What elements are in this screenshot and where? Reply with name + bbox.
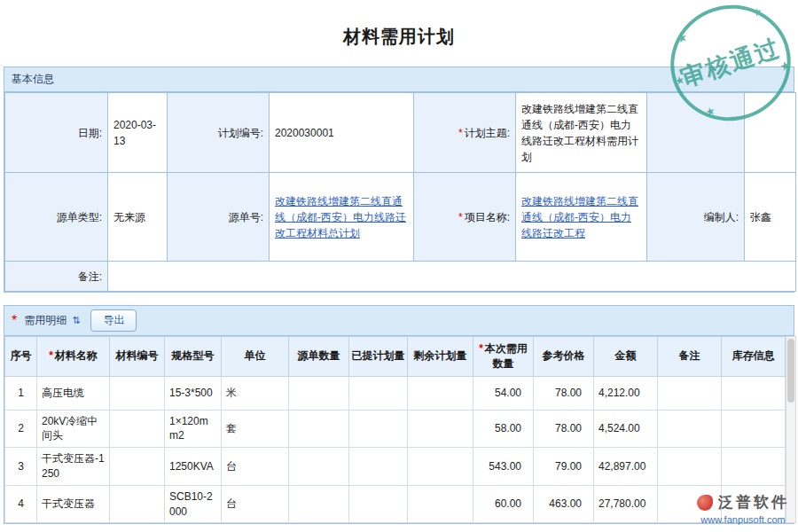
table-cell: 4 bbox=[5, 485, 37, 523]
source-type-label: 源单类型: bbox=[5, 173, 108, 262]
empty-value-cell bbox=[745, 93, 796, 173]
subject-label: *计划主题: bbox=[414, 93, 516, 173]
date-value: 2020-03-13 bbox=[108, 93, 168, 173]
table-row[interactable]: 3干式变压器-12501250KVA台543.0079.0042,897.00 bbox=[5, 448, 786, 486]
table-cell: 干式变压器-1250 bbox=[37, 448, 110, 486]
column-header: 材料编号 bbox=[110, 337, 165, 377]
compiler-value: 张鑫 bbox=[745, 173, 796, 262]
table-cell bbox=[349, 410, 408, 448]
column-header: 规格型号 bbox=[165, 337, 222, 377]
table-cell: 54.00 bbox=[473, 376, 534, 410]
table-row[interactable]: 1高压电缆15-3*500米54.0078.004,212.00 bbox=[5, 376, 786, 410]
table-cell bbox=[722, 448, 786, 486]
compiler-label: 编制人: bbox=[647, 173, 745, 262]
project-cell: 改建铁路线增建第二线直通线（成都-西安）电力线路迁改工程 bbox=[516, 173, 647, 262]
table-cell bbox=[349, 448, 408, 486]
table-cell bbox=[110, 485, 165, 523]
project-link[interactable]: 改建铁路线增建第二线直通线（成都-西安）电力线路迁改工程 bbox=[521, 195, 638, 239]
table-cell: 15-3*500 bbox=[165, 376, 222, 410]
table-cell bbox=[408, 485, 473, 523]
table-cell: 78.00 bbox=[534, 410, 594, 448]
vendor-watermark: 泛普软件 www.fanpusoft.com bbox=[697, 492, 789, 525]
column-header: 剩余计划量 bbox=[408, 337, 473, 377]
table-cell bbox=[289, 376, 349, 410]
basic-info-row-2: 源单类型: 无来源 源单号: 改建铁路线增建第二线直通线（成都-西安）电力线路迁… bbox=[5, 173, 796, 262]
required-mark: * bbox=[458, 127, 463, 139]
plan-no-label: 计划编号: bbox=[168, 93, 270, 173]
table-row[interactable]: 4干式变压器SCB10-2000台60.00463.0027,780.00 bbox=[5, 485, 786, 523]
column-header: 库存信息 bbox=[722, 337, 786, 377]
table-cell: 3 bbox=[5, 448, 37, 486]
table-cell bbox=[289, 410, 349, 448]
plan-no-value: 2020030001 bbox=[270, 93, 414, 173]
basic-info-section-header: 基本信息 bbox=[4, 67, 794, 92]
table-cell bbox=[110, 376, 165, 410]
table-cell bbox=[658, 448, 722, 486]
table-cell: 58.00 bbox=[473, 410, 534, 448]
table-cell bbox=[408, 410, 473, 448]
sort-icon[interactable]: ⇅ bbox=[72, 316, 80, 325]
table-cell: 1 bbox=[5, 376, 37, 410]
remark-value bbox=[108, 262, 796, 292]
detail-table-wrapper: 序号*材料名称材料编号规格型号单位源单数量已提计划量剩余计划量*本次需用数量参考… bbox=[4, 336, 794, 523]
table-cell bbox=[658, 410, 722, 448]
table-cell bbox=[349, 485, 408, 523]
vendor-brand: 泛普软件 bbox=[718, 492, 789, 512]
detail-section-header: * 需用明细 ⇅ 导出 bbox=[4, 306, 794, 336]
table-row[interactable]: 220kV冷缩中间头1×120mm2套58.0078.004,524.00 bbox=[5, 410, 786, 448]
required-mark: * bbox=[12, 313, 17, 329]
column-header: *材料名称 bbox=[37, 337, 110, 377]
vendor-url[interactable]: www.fanpusoft.com bbox=[697, 514, 789, 525]
table-cell bbox=[408, 376, 473, 410]
table-cell: 543.00 bbox=[473, 448, 534, 486]
table-cell: 78.00 bbox=[534, 376, 594, 410]
table-cell: 20kV冷缩中间头 bbox=[37, 410, 110, 448]
table-cell bbox=[722, 410, 786, 448]
source-no-cell: 改建铁路线增建第二线直通线（成都-西安）电力线路迁改工程材料总计划 bbox=[270, 173, 414, 262]
column-header: 备注 bbox=[658, 337, 722, 377]
table-cell: 4,524.00 bbox=[594, 410, 658, 448]
table-cell: 2 bbox=[5, 410, 37, 448]
table-cell: 台 bbox=[222, 448, 289, 486]
basic-info-panel: 基本信息 日期: 2020-03-13 计划编号: 2020030001 *计划… bbox=[4, 66, 794, 293]
vendor-logo-icon bbox=[697, 495, 713, 511]
table-cell: 米 bbox=[222, 376, 289, 410]
table-cell bbox=[722, 376, 786, 410]
table-cell: 27,780.00 bbox=[594, 485, 658, 523]
table-cell: 463.00 bbox=[534, 485, 594, 523]
table-cell bbox=[110, 448, 165, 486]
table-cell: 台 bbox=[222, 485, 289, 523]
source-type-value: 无来源 bbox=[108, 173, 168, 262]
table-cell: 高压电缆 bbox=[37, 376, 110, 410]
table-cell bbox=[110, 410, 165, 448]
table-cell: 79.00 bbox=[534, 448, 594, 486]
subject-value: 改建铁路线增建第二线直通线（成都-西安）电力线路迁改工程材料需用计划 bbox=[516, 93, 647, 173]
detail-table-body: 1高压电缆15-3*500米54.0078.004,212.00220kV冷缩中… bbox=[5, 376, 786, 523]
source-no-label: 源单号: bbox=[168, 173, 270, 262]
required-mark: * bbox=[458, 211, 463, 223]
scrollbar-thumb[interactable] bbox=[787, 339, 794, 403]
table-cell: 套 bbox=[222, 410, 289, 448]
table-cell: SCB10-2000 bbox=[165, 485, 222, 523]
column-header: 已提计划量 bbox=[349, 337, 408, 377]
table-cell: 60.00 bbox=[473, 485, 534, 523]
basic-info-row-1: 日期: 2020-03-13 计划编号: 2020030001 *计划主题: 改… bbox=[5, 93, 796, 173]
table-cell: 1250KVA bbox=[165, 448, 222, 486]
page-title: 材料需用计划 bbox=[0, 0, 798, 66]
table-cell: 42,897.00 bbox=[594, 448, 658, 486]
detail-section-title: 需用明细 bbox=[24, 313, 66, 328]
column-header: 参考价格 bbox=[534, 337, 594, 377]
empty-label-cell bbox=[647, 93, 745, 173]
column-header: 序号 bbox=[5, 337, 37, 377]
table-cell bbox=[289, 485, 349, 523]
table-cell bbox=[658, 376, 722, 410]
column-header: 金额 bbox=[594, 337, 658, 377]
column-header: 源单数量 bbox=[289, 337, 349, 377]
table-cell: 干式变压器 bbox=[37, 485, 110, 523]
column-header: 单位 bbox=[222, 337, 289, 377]
table-cell bbox=[349, 376, 408, 410]
table-cell bbox=[289, 448, 349, 486]
source-no-link[interactable]: 改建铁路线增建第二线直通线（成都-西安）电力线路迁改工程材料总计划 bbox=[275, 195, 406, 239]
export-button[interactable]: 导出 bbox=[90, 309, 137, 332]
date-label: 日期: bbox=[5, 93, 108, 173]
